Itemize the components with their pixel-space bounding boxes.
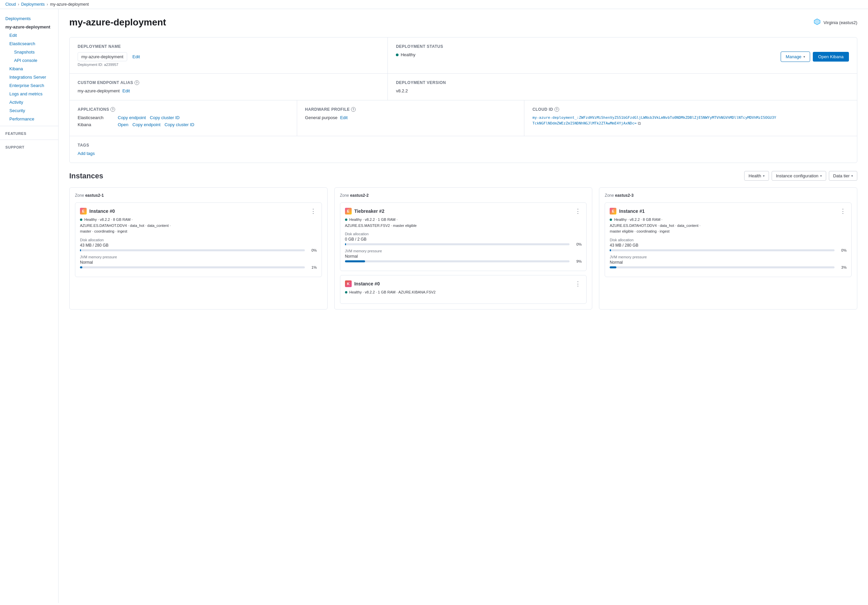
info-row-2: Custom endpoint alias ? my-azure-deploym… [70,74,857,100]
tiebreaker-2-more-icon[interactable]: ⋮ [575,208,581,215]
sidebar-item-enterprise-search[interactable]: Enterprise Search [0,81,58,90]
cloud-id-line1: my-azure-deployment_:ZWFzdHVzMi5henVyZS5… [532,115,849,121]
deployment-actions: Manage ▾ Open Kibana [781,51,849,62]
custom-endpoint-info-icon[interactable]: ? [135,80,139,85]
sidebar-current-deployment[interactable]: my-azure-deployment [0,23,58,31]
breadcrumb-deployments[interactable]: Deployments [21,2,45,7]
instance-0-disk-bar: 0% [80,248,317,252]
cloud-id-cell: Cloud ID ? my-azure-deployment_:ZWFzdHVz… [524,100,857,136]
health-filter-button[interactable]: Health ▾ [744,171,769,181]
tiebreaker-2-disk-bar-fill [345,243,346,245]
tags-cell: Tags Add tags [70,136,857,163]
sidebar-deployments-section: Deployments my-azure-deployment Edit Ela… [0,14,58,123]
open-kibana-button[interactable]: Open Kibana [813,52,849,62]
tiebreaker-2-disk-bar-bg [345,243,570,245]
custom-endpoint-edit-link[interactable]: Edit [122,88,130,93]
deployment-id: Deployment ID: a239957 [78,62,380,67]
deployment-info-panel: Deployment name my-azure-deployment Edit… [69,37,857,163]
custom-endpoint-value: my-azure-deployment [78,88,120,93]
sidebar-item-activity[interactable]: Activity [0,98,58,106]
sidebar-item-snapshots[interactable]: Snapshots [0,48,58,56]
instance-1-icon: E [610,208,616,214]
kibana-0-more-icon[interactable]: ⋮ [575,280,581,287]
instances-section: Instances Health ▾ Instance configuratio… [69,171,857,310]
sidebar-item-logs-and-metrics[interactable]: Logs and metrics [0,90,58,98]
instance-1-more-icon[interactable]: ⋮ [840,208,846,215]
instance-0-jvm-pct: 1% [307,265,317,269]
hardware-profile-edit-link[interactable]: Edit [340,115,347,120]
cloud-id-label: Cloud ID ? [532,107,849,112]
sidebar-item-edit[interactable]: Edit [0,31,58,39]
instance-0-jvm-label: JVM memory pressure [80,255,317,259]
app-elasticsearch-copy-cluster-id[interactable]: Copy cluster ID [150,115,180,120]
zone-eastus2-3: Zone eastus2-3 E Instance #1 ⋮ Healthy ·… [599,188,857,310]
sidebar-item-elasticsearch[interactable]: Elasticsearch [0,39,58,48]
instance-0-jvm-bar-bg [80,266,305,268]
app-elasticsearch-row: Elasticsearch Copy endpoint Copy cluster… [78,115,289,120]
deployment-name-cell: Deployment name my-azure-deployment Edit… [70,37,388,73]
sidebar-item-integrations-server[interactable]: Integrations Server [0,73,58,81]
breadcrumb-sep-2: › [46,2,48,7]
instance-0-jvm-bar-fill [80,266,82,268]
instance-config-filter-button[interactable]: Instance configuration ▾ [772,171,826,181]
info-row-3: Applications ? Elasticsearch Copy endpoi… [70,100,857,136]
instance-0-disk-bar-fill [80,249,81,251]
deployment-version-label: Deployment version [396,80,849,85]
instance-1-title: E Instance #1 [610,208,645,214]
tiebreaker-2-meta: Healthy · v8.2.2 · 1 GB RAM · AZURE.ES.M… [345,217,582,228]
instance-1-disk-metric: Disk allocation 43 MB / 280 GB 0% [610,238,846,252]
zone-eastus2-2: Zone eastus2-2 E Tiebreaker #2 ⋮ H [334,188,593,310]
custom-endpoint-value-row: my-azure-deployment Edit [78,88,380,93]
tiebreaker-2-jvm-pct: 9% [572,259,581,263]
hardware-profile-value: General purpose [305,115,338,120]
instance-0-disk-label: Disk allocation [80,238,317,242]
instance-1-disk-bar: 0% [610,248,846,252]
app-kibana-open[interactable]: Open [118,122,129,127]
app-kibana-copy-cluster-id[interactable]: Copy cluster ID [164,122,194,127]
instance-0-status-dot [80,219,82,221]
sidebar-item-kibana[interactable]: Kibana [0,65,58,73]
tags-label: Tags [78,143,849,147]
main-content: my-azure-deployment Virginia (eastus2) D… [59,9,868,603]
deployment-version-value: v8.2.2 [396,88,849,93]
info-row-1: Deployment name my-azure-deployment Edit… [70,37,857,74]
manage-button-label: Manage [786,54,801,59]
hardware-profile-value-row: General purpose Edit [305,115,516,120]
instance-0-jvm-bar: 1% [80,265,317,269]
custom-endpoint-label: Custom endpoint alias ? [78,80,380,85]
tiebreaker-2-disk-metric: Disk allocation 0 GB / 2 GB 0% [345,232,582,246]
hardware-profile-info-icon[interactable]: ? [351,107,356,112]
health-filter-chevron: ▾ [763,174,764,178]
manage-chevron-icon: ▾ [803,55,805,59]
cloud-id-info-icon[interactable]: ? [555,107,559,112]
sidebar-item-performance[interactable]: Performance [0,115,58,123]
app-elasticsearch-copy-endpoint[interactable]: Copy endpoint [118,115,146,120]
manage-button[interactable]: Manage ▾ [781,51,810,62]
applications-info-icon[interactable]: ? [110,107,115,112]
sidebar-divider-2 [0,140,58,140]
data-tier-filter-button[interactable]: Data tier ▾ [829,171,857,181]
add-tags-link[interactable]: Add tags [78,151,95,156]
sidebar-deployments-link[interactable]: Deployments [0,14,58,23]
instance-0-meta: Healthy · v8.2.2 · 8 GB RAM · AZURE.ES.D… [80,217,317,234]
status-text: Healthy [400,52,415,57]
sidebar-item-security[interactable]: Security [0,106,58,115]
sidebar-support-heading: Support [0,143,58,150]
tiebreaker-2-jvm-bar-fill [345,260,365,262]
elastic-logo-icon [814,18,821,27]
sidebar-item-api-console[interactable]: API console [0,56,58,65]
instance-config-filter-label: Instance configuration [776,173,818,178]
deployment-status-info: Deployment status Healthy [396,44,443,57]
deployment-name-edit-link[interactable]: Edit [133,54,140,59]
sidebar: Deployments my-azure-deployment Edit Ela… [0,9,59,603]
breadcrumb-cloud[interactable]: Cloud [5,2,16,7]
app-kibana-copy-endpoint[interactable]: Copy endpoint [133,122,161,127]
instance-1-disk-label: Disk allocation [610,238,846,242]
instance-0-more-icon[interactable]: ⋮ [310,208,317,215]
instances-title: Instances [69,172,104,180]
app-kibana-row: Kibana Open Copy endpoint Copy cluster I… [78,122,289,127]
copy-cloud-id-icon[interactable]: ⧉ [638,121,641,126]
instance-1-header: E Instance #1 ⋮ [610,208,846,215]
instance-0-jvm-metric: JVM memory pressure Normal 1% [80,255,317,269]
health-filter-label: Health [749,173,761,178]
